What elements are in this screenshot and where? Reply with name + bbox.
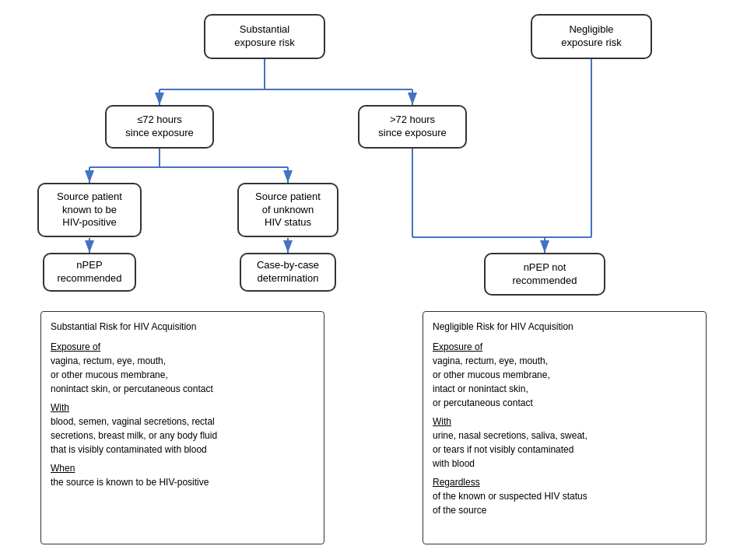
substantial-info-box: Substantial Risk for HIV Acquisition Exp… bbox=[40, 311, 324, 544]
negligible-with-label: With bbox=[433, 415, 696, 429]
substantial-info-title: Substantial Risk for HIV Acquisition bbox=[51, 320, 314, 334]
negligible-regardless-label: Regardless bbox=[433, 475, 696, 489]
negligible-exposure-label: Negligible exposure risk bbox=[561, 23, 621, 50]
negligible-exposure-text: vagina, rectum, eye, mouth, or other muc… bbox=[433, 354, 696, 410]
source-unknown-box: Source patient of unknown HIV status bbox=[237, 183, 338, 237]
substantial-with-label: With bbox=[51, 401, 314, 415]
negligible-info-box: Negligible Risk for HIV Acquisition Expo… bbox=[423, 311, 707, 544]
source-known-label: Source patient known to be HIV-positive bbox=[57, 191, 122, 230]
le72-label: ≤72 hours since exposure bbox=[125, 114, 193, 140]
substantial-when-label: When bbox=[51, 461, 314, 475]
negligible-exposure-box: Negligible exposure risk bbox=[531, 14, 652, 59]
gt72-box: >72 hours since exposure bbox=[358, 105, 467, 149]
substantial-when-text: the source is known to be HIV-positive bbox=[51, 475, 314, 489]
npep-recommended-label: nPEP recommended bbox=[57, 259, 121, 285]
substantial-exposure-of-label: Exposure of bbox=[51, 340, 314, 354]
negligible-regardless-text: of the known or suspected HIV status of … bbox=[433, 489, 696, 517]
substantial-exposure-text: vagina, rectum, eye, mouth, or other muc… bbox=[51, 354, 314, 396]
negligible-exposure-of-label: Exposure of bbox=[433, 340, 696, 354]
npep-not-recommended-box: nPEP not recommended bbox=[484, 253, 605, 296]
diagram-container: Substantial exposure risk Negligible exp… bbox=[0, 0, 747, 560]
substantial-exposure-label: Substantial exposure risk bbox=[234, 23, 294, 50]
substantial-exposure-box: Substantial exposure risk bbox=[204, 14, 325, 59]
substantial-with-text: blood, semen, vaginal secretions, rectal… bbox=[51, 415, 314, 457]
case-by-case-box: Case-by-case determination bbox=[240, 253, 336, 292]
npep-recommended-box: nPEP recommended bbox=[43, 253, 136, 292]
negligible-with-text: urine, nasal secretions, saliva, sweat, … bbox=[433, 429, 696, 471]
source-unknown-label: Source patient of unknown HIV status bbox=[255, 191, 321, 230]
le72-box: ≤72 hours since exposure bbox=[105, 105, 214, 149]
source-known-box: Source patient known to be HIV-positive bbox=[37, 183, 142, 237]
npep-not-recommended-label: nPEP not recommended bbox=[512, 261, 577, 288]
gt72-label: >72 hours since exposure bbox=[378, 114, 446, 140]
negligible-info-title: Negligible Risk for HIV Acquisition bbox=[433, 320, 696, 334]
case-by-case-label: Case-by-case determination bbox=[257, 259, 319, 285]
